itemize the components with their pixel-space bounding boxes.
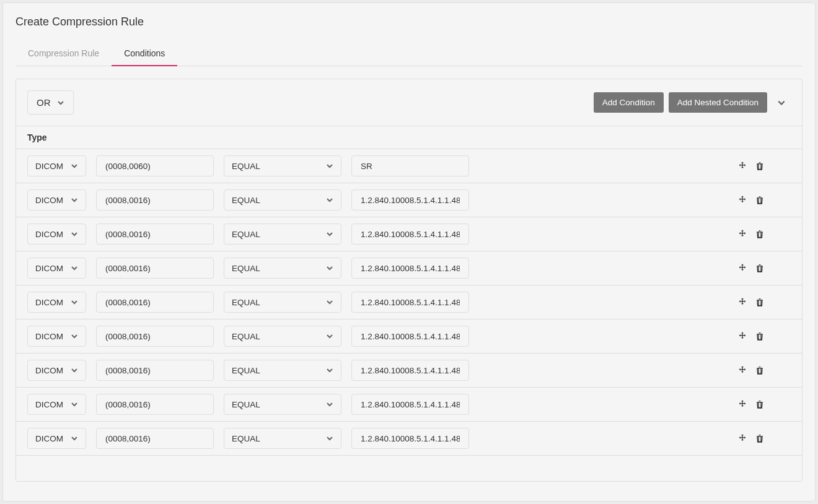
condition-type-select[interactable]: DICOM [27, 224, 86, 245]
condition-tag-input[interactable] [96, 258, 214, 279]
chevron-down-icon [71, 264, 78, 272]
condition-tag-field[interactable] [104, 263, 206, 274]
move-row-button[interactable] [736, 160, 749, 172]
delete-row-button[interactable] [754, 262, 766, 274]
logic-operator-select[interactable]: OR [27, 90, 74, 115]
delete-row-button[interactable] [754, 160, 766, 172]
condition-value-field[interactable] [359, 161, 461, 172]
move-icon [737, 365, 747, 375]
move-row-button[interactable] [736, 432, 749, 445]
delete-row-button[interactable] [754, 364, 766, 376]
tab-compression-rule[interactable]: Compression Rule [15, 42, 112, 66]
condition-value-field[interactable] [359, 263, 461, 274]
condition-tag-field[interactable] [104, 229, 206, 240]
condition-value-input[interactable] [351, 258, 469, 279]
condition-value-field[interactable] [359, 229, 461, 240]
delete-row-button[interactable] [754, 432, 766, 445]
move-row-button[interactable] [736, 364, 749, 376]
chevron-down-icon [326, 196, 333, 204]
condition-tag-input[interactable] [96, 155, 214, 176]
condition-operator-select[interactable]: EQUAL [224, 394, 341, 415]
move-icon [737, 161, 747, 171]
move-row-button[interactable] [736, 398, 749, 411]
condition-type-value: DICOM [35, 298, 63, 307]
delete-row-button[interactable] [754, 296, 766, 308]
logic-operator-value: OR [37, 97, 51, 108]
move-icon [737, 229, 747, 239]
add-condition-button[interactable]: Add Condition [594, 92, 664, 113]
condition-row: DICOMEQUAL [16, 149, 802, 183]
condition-value-input[interactable] [351, 326, 469, 347]
condition-tag-field[interactable] [104, 161, 206, 172]
collapse-toggle-button[interactable] [772, 95, 791, 111]
condition-tag-field[interactable] [104, 399, 206, 410]
condition-value-field[interactable] [359, 331, 461, 342]
condition-value-field[interactable] [359, 399, 461, 410]
row-actions [736, 398, 766, 411]
condition-tag-field[interactable] [104, 433, 206, 444]
condition-value-input[interactable] [351, 224, 469, 245]
trash-icon [755, 399, 765, 409]
condition-type-select[interactable]: DICOM [27, 360, 86, 381]
condition-value-field[interactable] [359, 433, 461, 444]
trash-icon [755, 297, 765, 307]
condition-tag-input[interactable] [96, 189, 214, 211]
chevron-down-icon [71, 230, 78, 238]
condition-value-input[interactable] [351, 155, 469, 176]
condition-value-field[interactable] [359, 297, 461, 308]
condition-type-select[interactable]: DICOM [27, 326, 86, 347]
condition-tag-input[interactable] [96, 224, 214, 245]
condition-type-select[interactable]: DICOM [27, 292, 86, 313]
condition-operator-select[interactable]: EQUAL [224, 189, 341, 211]
condition-tag-input[interactable] [96, 360, 214, 381]
condition-type-select[interactable]: DICOM [27, 189, 86, 211]
delete-row-button[interactable] [754, 194, 766, 206]
conditions-rows: DICOMEQUALDICOMEQUALDICOMEQUALDICOMEQUAL… [16, 149, 802, 455]
condition-tag-field[interactable] [104, 195, 206, 206]
condition-tag-field[interactable] [104, 331, 206, 342]
condition-operator-select[interactable]: EQUAL [224, 428, 341, 449]
condition-value-input[interactable] [351, 189, 469, 211]
condition-type-select[interactable]: DICOM [27, 155, 86, 176]
move-row-button[interactable] [736, 228, 749, 240]
condition-tag-input[interactable] [96, 292, 214, 313]
tab-conditions[interactable]: Conditions [112, 42, 177, 66]
condition-value-input[interactable] [351, 360, 469, 381]
condition-value-field[interactable] [359, 195, 461, 206]
chevron-down-icon [71, 401, 78, 408]
condition-type-select[interactable]: DICOM [27, 428, 86, 449]
condition-value-input[interactable] [351, 428, 469, 449]
condition-tag-field[interactable] [104, 297, 206, 308]
condition-type-select[interactable]: DICOM [27, 394, 86, 415]
trash-icon [755, 195, 765, 205]
chevron-down-icon [71, 298, 78, 306]
trash-icon [755, 263, 765, 273]
condition-value-input[interactable] [351, 394, 469, 415]
condition-operator-select[interactable]: EQUAL [224, 326, 341, 347]
move-row-button[interactable] [736, 330, 749, 342]
condition-operator-select[interactable]: EQUAL [224, 360, 341, 381]
move-icon [737, 263, 747, 273]
condition-tag-input[interactable] [96, 428, 214, 449]
condition-row: DICOMEQUAL [16, 388, 802, 422]
condition-type-select[interactable]: DICOM [27, 258, 86, 279]
condition-operator-select[interactable]: EQUAL [224, 292, 341, 313]
row-actions [736, 228, 766, 240]
condition-operator-select[interactable]: EQUAL [224, 258, 341, 279]
row-actions [736, 296, 766, 308]
condition-tag-input[interactable] [96, 394, 214, 415]
condition-operator-select[interactable]: EQUAL [224, 224, 341, 245]
move-row-button[interactable] [736, 296, 749, 308]
delete-row-button[interactable] [754, 398, 766, 411]
condition-tag-field[interactable] [104, 365, 206, 376]
add-nested-condition-button[interactable]: Add Nested Condition [669, 92, 767, 113]
move-icon [737, 297, 747, 307]
move-row-button[interactable] [736, 194, 749, 206]
move-row-button[interactable] [736, 262, 749, 274]
condition-tag-input[interactable] [96, 326, 214, 347]
condition-operator-select[interactable]: EQUAL [224, 155, 341, 176]
condition-value-field[interactable] [359, 365, 461, 376]
condition-value-input[interactable] [351, 292, 469, 313]
delete-row-button[interactable] [754, 228, 766, 240]
delete-row-button[interactable] [754, 330, 766, 342]
